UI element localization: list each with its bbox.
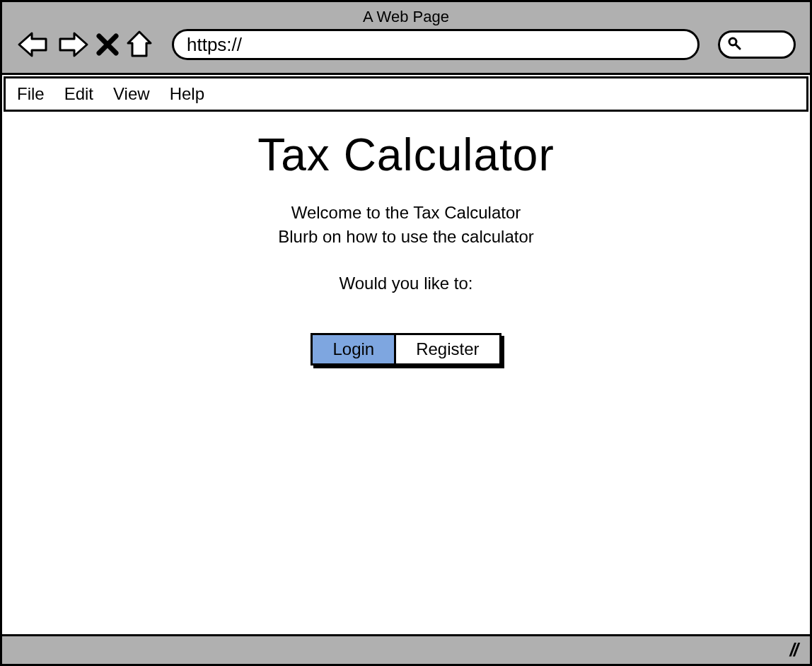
menu-item-help[interactable]: Help <box>170 84 204 104</box>
search-icon <box>727 36 741 53</box>
search-field[interactable] <box>718 30 796 59</box>
menu-bar: File Edit View Help <box>4 76 808 112</box>
page-title-label: A Web Page <box>16 6 796 26</box>
home-icon[interactable] <box>125 29 153 60</box>
nav-icon-group <box>16 29 153 60</box>
browser-toolbar: https:// <box>16 29 796 60</box>
welcome-line-2: Blurb on how to use the calculator <box>278 225 534 249</box>
content-area: Tax Calculator Welcome to the Tax Calcul… <box>2 112 810 634</box>
welcome-line-1: Welcome to the Tax Calculator <box>278 201 534 225</box>
prompt-text: Would you like to: <box>340 274 473 293</box>
resize-grip-icon[interactable]: // <box>790 639 797 661</box>
button-group: Login Register <box>311 333 501 366</box>
welcome-text: Welcome to the Tax Calculator Blurb on h… <box>278 201 534 248</box>
stop-icon[interactable] <box>95 33 120 57</box>
back-icon[interactable] <box>16 29 50 60</box>
url-text: https:// <box>187 34 242 56</box>
menu-item-file[interactable]: File <box>17 84 45 104</box>
status-bar: // <box>2 634 810 664</box>
forward-icon[interactable] <box>56 29 90 60</box>
main-heading: Tax Calculator <box>257 129 555 181</box>
login-button[interactable]: Login <box>313 335 396 363</box>
menu-item-view[interactable]: View <box>113 84 150 104</box>
url-bar[interactable]: https:// <box>172 29 700 60</box>
browser-chrome: A Web Page <box>2 2 810 75</box>
register-button[interactable]: Register <box>396 335 499 363</box>
browser-window: A Web Page <box>0 0 812 666</box>
svg-line-1 <box>736 45 740 49</box>
menu-item-edit[interactable]: Edit <box>64 84 93 104</box>
